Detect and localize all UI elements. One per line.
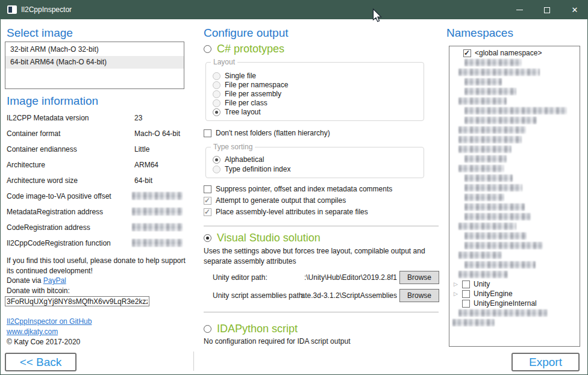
namespace-item-redacted[interactable] bbox=[449, 87, 580, 96]
paypal-link[interactable]: PayPal bbox=[43, 276, 66, 285]
maximize-button[interactable] bbox=[533, 1, 561, 19]
namespace-label: <global namespace> bbox=[475, 49, 542, 57]
namespace-checkbox[interactable] bbox=[462, 280, 470, 288]
suppress-comments-checkbox[interactable]: Suppress pointer, offset and index metad… bbox=[204, 185, 392, 193]
back-button[interactable]: << Back bbox=[5, 353, 77, 371]
radio-file-per-class[interactable]: File per class bbox=[213, 99, 267, 107]
namespace-item-redacted[interactable] bbox=[449, 106, 580, 116]
csharp-prototypes-radio[interactable]: C# prototypes bbox=[204, 43, 284, 55]
namespace-label: UnityEngine bbox=[474, 290, 513, 298]
website-link[interactable]: www.djkaty.com bbox=[7, 327, 58, 336]
radio-icon bbox=[213, 72, 220, 80]
namespace-item-redacted[interactable] bbox=[449, 164, 580, 173]
namespace-item[interactable]: ▷UnityEngine bbox=[449, 289, 580, 299]
namespace-item-redacted[interactable] bbox=[449, 173, 580, 183]
idapython-script-radio[interactable]: IDAPython script bbox=[204, 323, 298, 335]
radio-alphabetical[interactable]: Alphabetical bbox=[213, 155, 264, 164]
namespace-item-redacted[interactable] bbox=[449, 260, 580, 270]
namespace-item-redacted[interactable] bbox=[449, 222, 580, 231]
checkbox-icon bbox=[204, 197, 211, 205]
namespace-item[interactable]: ▷Unity bbox=[449, 279, 580, 289]
namespace-item-redacted[interactable] bbox=[449, 270, 580, 279]
radio-type-definition-index[interactable]: Type definition index bbox=[213, 165, 290, 173]
namespace-item-redacted[interactable] bbox=[449, 96, 580, 106]
namespace-item-redacted[interactable] bbox=[449, 308, 580, 318]
radio-tree-layout[interactable]: Tree layout bbox=[213, 108, 261, 116]
checkbox-icon bbox=[204, 185, 211, 193]
namespace-item-redacted[interactable] bbox=[449, 58, 580, 67]
namespace-checkbox[interactable] bbox=[462, 300, 470, 308]
namespace-item-redacted[interactable] bbox=[449, 183, 580, 193]
close-icon: ✕ bbox=[572, 6, 578, 14]
minimize-icon bbox=[516, 10, 523, 10]
redacted-value bbox=[132, 208, 183, 215]
unity-editor-path-value[interactable]: :\Unity\Hub\Editor\2019.2.8f1 bbox=[289, 273, 397, 282]
redacted-namespace bbox=[464, 59, 522, 66]
namespace-item-redacted[interactable] bbox=[449, 202, 580, 212]
namespace-item[interactable]: <global namespace> bbox=[449, 48, 580, 58]
namespace-item-redacted[interactable] bbox=[449, 125, 580, 135]
namespace-checkbox[interactable] bbox=[462, 290, 470, 298]
image-list-item[interactable]: 32-bit ARM (Mach-O 32-bit) bbox=[5, 43, 184, 56]
namespace-item-redacted[interactable] bbox=[449, 154, 580, 164]
radio-icon bbox=[204, 234, 211, 242]
export-button[interactable]: Export bbox=[511, 353, 580, 371]
compilable-output-checkbox[interactable]: Attempt to generate output that compiles bbox=[204, 196, 346, 205]
github-link[interactable]: Il2CppInspector on GitHub bbox=[7, 317, 92, 326]
namespace-item-redacted[interactable] bbox=[449, 144, 580, 154]
image-list-item-selected[interactable]: 64-bit ARM64 (Mach-O 64-bit) bbox=[5, 56, 184, 69]
minimize-button[interactable] bbox=[505, 1, 533, 19]
unity-script-path-value[interactable]: ate.3d-3.1.2\ScriptAssemblies bbox=[289, 291, 397, 300]
info-row: Architecture word size64-bit bbox=[7, 174, 187, 190]
namespace-item[interactable]: UnityEngineInternal bbox=[449, 299, 580, 308]
redacted-namespace bbox=[458, 146, 511, 153]
separate-attributes-checkbox[interactable]: Place assembly-level attributes in separ… bbox=[204, 208, 368, 216]
namespace-item-redacted[interactable] bbox=[449, 250, 580, 260]
redacted-namespace bbox=[458, 252, 502, 259]
namespace-item-redacted[interactable] bbox=[449, 231, 580, 241]
column-splitter[interactable] bbox=[193, 352, 194, 371]
namespace-item-redacted[interactable] bbox=[449, 193, 580, 202]
namespace-item-redacted[interactable] bbox=[449, 212, 580, 222]
app-window: Il2CppInspector ✕ Select image 32-bit AR… bbox=[0, 0, 588, 375]
namespace-item-redacted[interactable] bbox=[449, 135, 580, 144]
expander-icon[interactable]: ▷ bbox=[454, 281, 460, 287]
browse-editor-button[interactable]: Browse bbox=[399, 271, 439, 284]
redacted-namespace bbox=[464, 155, 507, 163]
radio-file-per-assembly[interactable]: File per assembly bbox=[213, 90, 281, 98]
redacted-namespace bbox=[458, 98, 507, 105]
info-row: MetadataRegistration address bbox=[7, 205, 187, 221]
expander-icon[interactable]: ▷ bbox=[454, 291, 460, 297]
redacted-namespace bbox=[458, 309, 548, 317]
redacted-value bbox=[132, 223, 183, 231]
info-row: Container formatMach-O 64-bit bbox=[7, 127, 187, 143]
bitcoin-address-input[interactable] bbox=[5, 296, 149, 306]
radio-icon bbox=[213, 81, 220, 89]
namespace-item-redacted[interactable] bbox=[449, 116, 580, 125]
radio-file-per-namespace[interactable]: File per namespace bbox=[213, 81, 288, 89]
namespace-item-redacted[interactable] bbox=[449, 241, 580, 250]
redacted-namespace bbox=[464, 175, 513, 182]
namespace-item-redacted[interactable] bbox=[449, 318, 580, 327]
dont-nest-checkbox[interactable]: Don't nest folders (flatten hierarchy) bbox=[204, 129, 330, 137]
radio-icon bbox=[204, 325, 211, 333]
close-button[interactable]: ✕ bbox=[561, 1, 588, 19]
radio-single-file[interactable]: Single file bbox=[213, 72, 256, 80]
namespace-checkbox[interactable] bbox=[463, 49, 471, 57]
namespace-item-redacted[interactable] bbox=[449, 67, 580, 77]
radio-icon bbox=[213, 90, 220, 98]
namespace-item-redacted[interactable] bbox=[449, 77, 580, 87]
redacted-namespace bbox=[464, 242, 543, 249]
bitcoin-label: Donate with bitcoin: bbox=[7, 287, 70, 295]
configure-output-header: Configure output bbox=[204, 26, 289, 40]
redacted-namespace bbox=[464, 184, 522, 191]
redacted-namespace bbox=[464, 261, 536, 268]
vs-description: Uses the settings above but forces tree … bbox=[204, 246, 440, 267]
select-image-header: Select image bbox=[7, 26, 73, 40]
visual-studio-solution-radio[interactable]: Visual Studio solution bbox=[204, 232, 321, 244]
section-divider bbox=[204, 312, 439, 312]
browse-script-button[interactable]: Browse bbox=[399, 289, 439, 302]
titlebar: Il2CppInspector ✕ bbox=[1, 1, 588, 19]
radio-icon bbox=[213, 166, 220, 173]
redacted-namespace bbox=[458, 69, 540, 76]
